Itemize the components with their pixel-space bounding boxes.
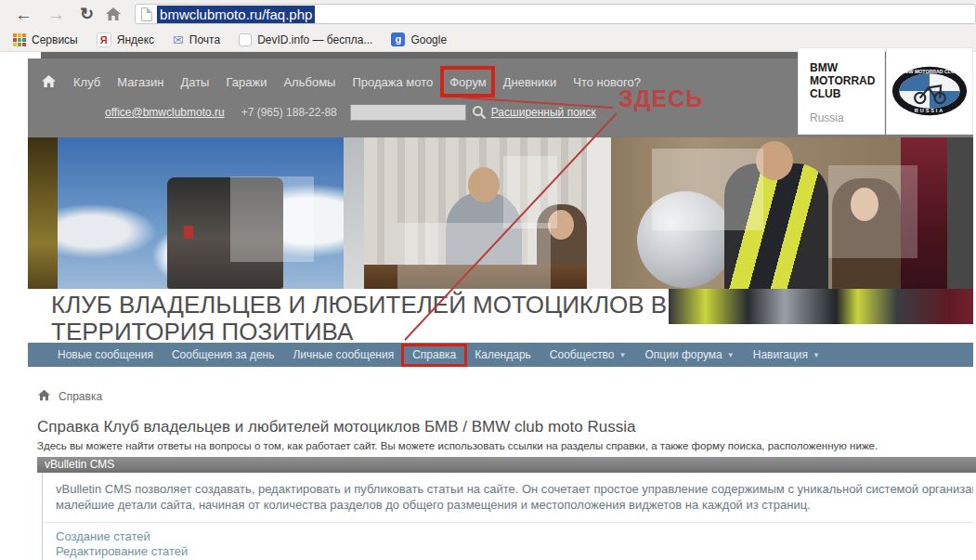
subnav-posts-today[interactable]: Сообщения за день — [163, 348, 284, 361]
bookmark-label: Сервисы — [32, 33, 78, 46]
link-editing-articles[interactable]: Редактирование статей — [56, 544, 973, 559]
bookmark-services[interactable]: Сервисы — [6, 31, 85, 49]
nav-item-forum[interactable]: Форум — [449, 73, 487, 91]
back-button[interactable]: ← — [7, 6, 40, 23]
bookmark-google[interactable]: g Google — [384, 30, 454, 49]
hero-overlay-square — [652, 149, 763, 230]
section-links: Создание статей Редактирование статей Ор… — [43, 522, 973, 560]
google-icon: g — [391, 33, 405, 46]
link-creating-articles[interactable]: Создание статей — [56, 529, 973, 544]
nav-item-club[interactable]: Клуб — [73, 73, 100, 91]
hero-photo-extension — [669, 289, 973, 324]
hero-photo-pole — [344, 137, 364, 289]
home-icon[interactable] — [41, 74, 57, 91]
club-logo-text-card: BMW MOTORRAD CLUB Russia — [799, 48, 884, 134]
subnav-calendar[interactable]: Календарь — [465, 348, 540, 361]
breadcrumb-label: Справка — [59, 390, 102, 403]
chevron-down-icon: ▼ — [727, 351, 735, 359]
home-button[interactable] — [101, 7, 129, 21]
breadcrumb-home-icon[interactable] — [37, 389, 51, 404]
site-container: Клуб Магазин Даты Гаражи Альбомы Продажа… — [28, 59, 973, 560]
subnav-forum-options[interactable]: Опции форума ▼ — [635, 348, 743, 361]
forum-subnav: Новые сообщения Сообщения за день Личные… — [28, 343, 973, 367]
hero-overlay-square — [503, 156, 557, 228]
browser-chrome: ← → ↻ bmwclubmoto.ru/faq.php Сервисы Я Я… — [0, 0, 976, 52]
address-url-selected[interactable]: bmwclubmoto.ru/faq.php — [157, 6, 315, 23]
yandex-icon: Я — [97, 33, 111, 47]
nav-item-albums[interactable]: Альбомы — [283, 73, 335, 91]
section-box: vBulletin CMS позволяет создавать, редак… — [42, 473, 973, 560]
subnav-new-posts[interactable]: Новые сообщения — [48, 348, 163, 361]
hero-photo-edge — [947, 137, 973, 289]
forward-button[interactable]: → — [40, 6, 72, 23]
nav-item-whats-new[interactable]: Что нового? — [573, 73, 641, 91]
envelope-icon: ✉ — [173, 33, 184, 46]
page-content: Справка Справка Клуб владельцев и любите… — [28, 389, 973, 560]
nav-item-shop[interactable]: Магазин — [117, 73, 163, 91]
club-badge-card: BMW MOTORRAD CLUB RUSSIA — [887, 48, 972, 134]
search-icon[interactable] — [472, 105, 487, 120]
club-badge-icon: BMW MOTORRAD CLUB RUSSIA — [891, 64, 969, 118]
bookmark-devid[interactable]: DevID.info — беспла... — [231, 31, 380, 49]
nav-item-garages[interactable]: Гаражи — [226, 73, 267, 91]
hero-collage — [28, 137, 973, 289]
logo-line: CLUB — [810, 87, 884, 100]
subnav-help[interactable]: Справка — [403, 348, 465, 361]
search-input[interactable] — [350, 104, 466, 121]
section-header-vbulletin-cms: vBulletin CMS — [37, 457, 976, 473]
refresh-button[interactable]: ↻ — [72, 6, 101, 22]
apps-grid-icon — [13, 33, 26, 46]
hero-overlay-square — [397, 223, 551, 289]
nav-item-dates[interactable]: Даты — [180, 73, 209, 91]
phone-number: +7 (965) 188-22-88 — [241, 106, 337, 119]
subnav-navigation-label: Навигация — [753, 348, 808, 361]
hero-overlay-square — [230, 176, 314, 262]
address-bar[interactable]: bmwclubmoto.ru/faq.php — [135, 4, 976, 24]
hero-overlay-square — [828, 165, 917, 258]
nav-item-blogs[interactable]: Дневники — [503, 73, 557, 91]
hero-photo-divider — [587, 137, 611, 289]
subnav-community-label: Сообщество — [550, 348, 615, 361]
svg-text:RUSSIA: RUSSIA — [915, 108, 944, 113]
bookmark-label: Google — [410, 33, 447, 46]
bookmark-label: DevID.info — беспла... — [257, 33, 372, 46]
annotation-box-forum — [440, 66, 495, 98]
bookmark-mail[interactable]: ✉ Почта — [165, 31, 228, 49]
page-favicon-icon — [141, 7, 152, 21]
nav-item-moto-sale[interactable]: Продажа мото — [352, 73, 433, 91]
svg-text:BMW MOTORRAD CLUB: BMW MOTORRAD CLUB — [901, 69, 957, 74]
hero-photo-truck — [28, 137, 58, 289]
chevron-down-icon: ▼ — [619, 351, 627, 359]
devid-icon — [239, 33, 252, 46]
section-paragraph-line2: малейшие детали сайта, начиная от количе… — [56, 497, 973, 513]
breadcrumb: Справка — [37, 389, 973, 404]
bookmark-yandex[interactable]: Я Яндекс — [89, 30, 162, 50]
email-link[interactable]: office@bmwclubmoto.ru — [105, 106, 225, 119]
section-paragraph: vBulletin CMS позволяет создавать, редак… — [43, 473, 973, 522]
advanced-search-link[interactable]: Расширенный поиск — [491, 106, 596, 119]
annotation-box-help — [401, 344, 467, 367]
browser-toolbar: ← → ↻ bmwclubmoto.ru/faq.php — [0, 0, 976, 28]
subnav-navigation[interactable]: Навигация ▼ — [744, 348, 829, 361]
subnav-private-messages[interactable]: Личные сообщения — [283, 348, 403, 361]
logo-country: Russia — [810, 111, 884, 124]
logo-line: MOTORRAD — [810, 74, 884, 87]
page-description: Здесь вы можете найти ответы на вопросы … — [37, 440, 973, 451]
page-title: Справка Клуб владельцев и любителей мото… — [37, 418, 973, 436]
bookmark-label: Почта — [189, 33, 220, 46]
bookmark-label: Яндекс — [117, 33, 154, 46]
section-paragraph-line1: vBulletin CMS позволяет создавать, редак… — [56, 481, 973, 497]
chevron-down-icon: ▼ — [813, 351, 820, 359]
logo-line: BMW — [810, 61, 884, 74]
subnav-forum-options-label: Опции форума — [644, 348, 722, 361]
subnav-community[interactable]: Сообщество ▼ — [540, 348, 636, 361]
